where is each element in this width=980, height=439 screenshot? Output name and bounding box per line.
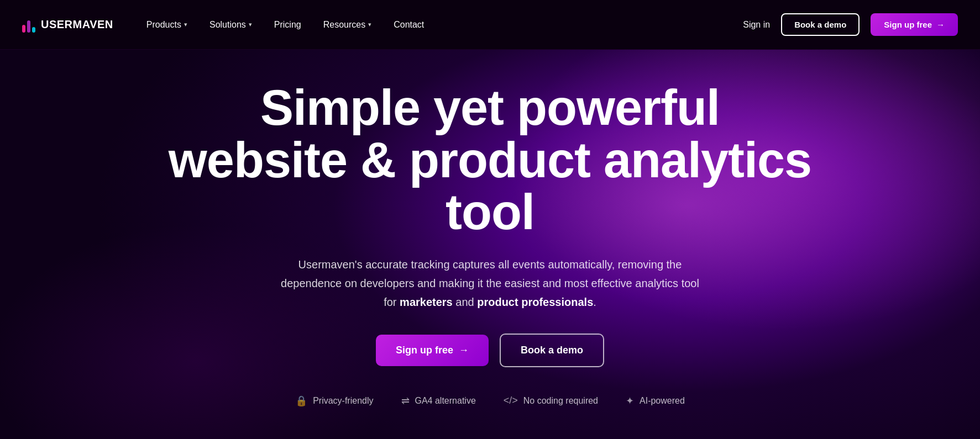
nav-right: Sign in Book a demo Sign up free → xyxy=(743,13,958,36)
book-demo-button-nav[interactable]: Book a demo xyxy=(781,13,860,36)
signup-button-hero[interactable]: Sign up free → xyxy=(376,335,489,366)
hero-buttons: Sign up free → Book a demo xyxy=(153,334,827,367)
logo-bar-3 xyxy=(32,27,35,33)
logo-bar-2 xyxy=(27,20,30,33)
nav-solutions[interactable]: Solutions ▾ xyxy=(209,20,252,30)
navbar: USERMAVEN Products ▾ Solutions ▾ Pricing… xyxy=(0,0,980,50)
arrow-icon: → xyxy=(936,20,945,29)
book-demo-button-hero[interactable]: Book a demo xyxy=(500,334,604,367)
chevron-down-icon: ▾ xyxy=(368,21,371,28)
logo-bar-1 xyxy=(22,25,25,33)
chevron-down-icon: ▾ xyxy=(184,21,187,28)
hero-content: Simple yet powerful website & product an… xyxy=(131,82,850,407)
nav-contact[interactable]: Contact xyxy=(394,20,424,30)
lock-icon: 🔒 xyxy=(295,395,307,407)
hero-section: Simple yet powerful website & product an… xyxy=(0,50,980,439)
signup-button-nav[interactable]: Sign up free → xyxy=(871,13,958,36)
chevron-down-icon: ▾ xyxy=(249,21,252,28)
logo-text: USERMAVEN xyxy=(41,18,113,31)
feature-privacy: 🔒 Privacy-friendly xyxy=(295,395,373,407)
swap-icon: ⇌ xyxy=(401,395,410,407)
hero-title: Simple yet powerful website & product an… xyxy=(153,82,827,239)
sign-in-link[interactable]: Sign in xyxy=(743,20,770,30)
sparkle-icon: ✦ xyxy=(626,395,634,407)
feature-ga4: ⇌ GA4 alternative xyxy=(401,395,476,407)
hero-subtitle: Usermaven's accurate tracking captures a… xyxy=(280,255,700,311)
nav-pricing[interactable]: Pricing xyxy=(274,20,301,30)
logo-icon xyxy=(22,17,35,33)
code-icon: </> xyxy=(504,395,518,406)
nav-resources[interactable]: Resources ▾ xyxy=(323,20,371,30)
feature-ai: ✦ AI-powered xyxy=(626,395,685,407)
logo[interactable]: USERMAVEN xyxy=(22,17,113,33)
nav-products[interactable]: Products ▾ xyxy=(146,20,187,30)
hero-features: 🔒 Privacy-friendly ⇌ GA4 alternative </>… xyxy=(153,395,827,407)
nav-links: Products ▾ Solutions ▾ Pricing Resources… xyxy=(146,20,743,30)
arrow-icon: → xyxy=(459,345,469,356)
feature-no-coding: </> No coding required xyxy=(504,395,598,406)
